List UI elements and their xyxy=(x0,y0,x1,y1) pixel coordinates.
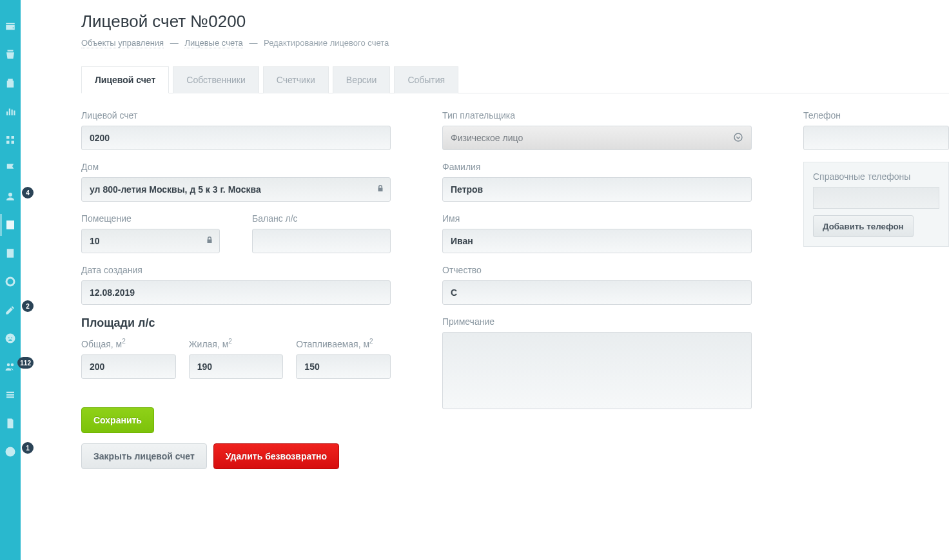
note-textarea[interactable] xyxy=(442,332,752,409)
sidebar-item-doc[interactable] xyxy=(0,416,21,430)
sad-icon xyxy=(5,333,16,344)
sidebar-item-edit[interactable]: 2 xyxy=(0,303,21,317)
area-living-input[interactable] xyxy=(189,354,284,379)
lock-icon-room xyxy=(206,236,213,247)
label-note: Примечание xyxy=(442,316,752,327)
page-title: Лицевой счет №0200 xyxy=(81,12,949,32)
breadcrumb-current: Редактирование лицевого счета xyxy=(264,38,389,48)
main-content: Лицевой счет №0200 Объекты управления — … xyxy=(40,0,949,560)
balance-input[interactable] xyxy=(252,229,391,253)
svg-point-0 xyxy=(734,133,742,141)
label-patronymic: Отчество xyxy=(442,265,752,275)
area-heated-input[interactable] xyxy=(296,354,391,379)
list-icon xyxy=(5,389,16,401)
label-room: Помещение xyxy=(81,213,220,224)
room-input xyxy=(81,229,220,253)
calc-icon xyxy=(5,247,16,259)
reference-phones-box: Справочные телефоны Добавить телефон xyxy=(803,162,949,247)
coin-icon xyxy=(5,276,16,287)
sidebar-item-coin[interactable] xyxy=(0,275,21,289)
tabs: Лицевой счет Собственники Счетчики Верси… xyxy=(81,66,949,93)
sidebar-item-wallet[interactable] xyxy=(0,19,21,34)
close-account-button[interactable]: Закрыть лицевой счет xyxy=(81,443,207,469)
phone-input[interactable] xyxy=(803,126,949,150)
phone-icon xyxy=(5,49,16,61)
sidebar-item-phone[interactable] xyxy=(0,48,21,62)
flag-icon xyxy=(5,162,16,174)
areas-title: Площади л/с xyxy=(81,316,391,330)
delete-button[interactable]: Удалить безвозвратно xyxy=(213,443,339,469)
doc-icon xyxy=(5,418,16,429)
breadcrumb-link-objects[interactable]: Объекты управления xyxy=(81,38,164,48)
badge-2: 2 xyxy=(22,300,34,312)
badge-112: 112 xyxy=(17,357,34,369)
label-area-living: Жилая, м2 xyxy=(189,338,284,349)
group-icon xyxy=(5,361,16,372)
stats-icon xyxy=(5,106,16,117)
building-icon xyxy=(5,219,16,231)
payer-type-select[interactable]: Физическое лицо xyxy=(442,126,752,150)
payer-type-value: Физическое лицо xyxy=(451,133,523,143)
sidebar: 4 2 112 1 xyxy=(0,0,21,560)
breadcrumb-link-accounts[interactable]: Лицевые счета xyxy=(184,38,242,48)
org-icon xyxy=(5,134,16,146)
target-icon xyxy=(5,446,16,458)
tab-owners[interactable]: Собственники xyxy=(173,66,259,93)
user-icon xyxy=(5,191,16,202)
tab-events[interactable]: События xyxy=(394,66,458,93)
account-input[interactable] xyxy=(81,126,391,150)
sidebar-item-sad[interactable] xyxy=(0,331,21,345)
lastname-input[interactable] xyxy=(442,177,752,202)
label-firstname: Имя xyxy=(442,213,752,224)
sidebar-item-building[interactable] xyxy=(0,218,21,232)
sidebar-item-list[interactable] xyxy=(0,388,21,402)
sidebar-item-target[interactable]: 1 xyxy=(0,445,21,459)
badge-4: 4 xyxy=(22,187,34,198)
reference-phones-title: Справочные телефоны xyxy=(813,171,939,182)
sidebar-item-stats[interactable] xyxy=(0,104,21,119)
label-phone: Телефон xyxy=(803,110,949,121)
label-area-heated: Отапливаемая, м2 xyxy=(296,338,391,349)
created-input[interactable] xyxy=(81,280,391,305)
tab-meters[interactable]: Счетчики xyxy=(263,66,329,93)
edit-icon xyxy=(5,304,16,316)
tab-versions[interactable]: Версии xyxy=(333,66,391,93)
sidebar-item-group[interactable]: 112 xyxy=(0,360,21,374)
house-input xyxy=(81,177,391,202)
sidebar-item-calc[interactable] xyxy=(0,246,21,260)
chevron-down-icon xyxy=(733,132,743,144)
sidebar-item-user[interactable]: 4 xyxy=(0,189,21,204)
add-phone-button[interactable]: Добавить телефон xyxy=(813,215,914,237)
tab-account[interactable]: Лицевой счет xyxy=(81,66,169,93)
lock-icon xyxy=(377,184,384,195)
save-button[interactable]: Сохранить xyxy=(81,407,154,433)
label-area-total: Общая, м2 xyxy=(81,338,176,349)
area-total-input[interactable] xyxy=(81,354,176,379)
label-payer-type: Тип плательщика xyxy=(442,110,752,121)
clipboard-icon xyxy=(5,77,16,89)
sidebar-item-clipboard[interactable] xyxy=(0,76,21,90)
sidebar-item-flag[interactable] xyxy=(0,161,21,175)
reference-phone-slot[interactable] xyxy=(813,187,939,209)
label-lastname: Фамилия xyxy=(442,162,752,172)
label-account: Лицевой счет xyxy=(81,110,391,121)
label-balance: Баланс л/с xyxy=(252,213,391,224)
firstname-input[interactable] xyxy=(442,229,752,253)
patronymic-input[interactable] xyxy=(442,280,752,305)
badge-1: 1 xyxy=(22,442,34,454)
label-house: Дом xyxy=(81,162,391,172)
wallet-icon xyxy=(5,21,16,32)
sidebar-item-org[interactable] xyxy=(0,133,21,147)
label-created: Дата создания xyxy=(81,265,391,275)
breadcrumb: Объекты управления — Лицевые счета — Ред… xyxy=(81,38,949,48)
